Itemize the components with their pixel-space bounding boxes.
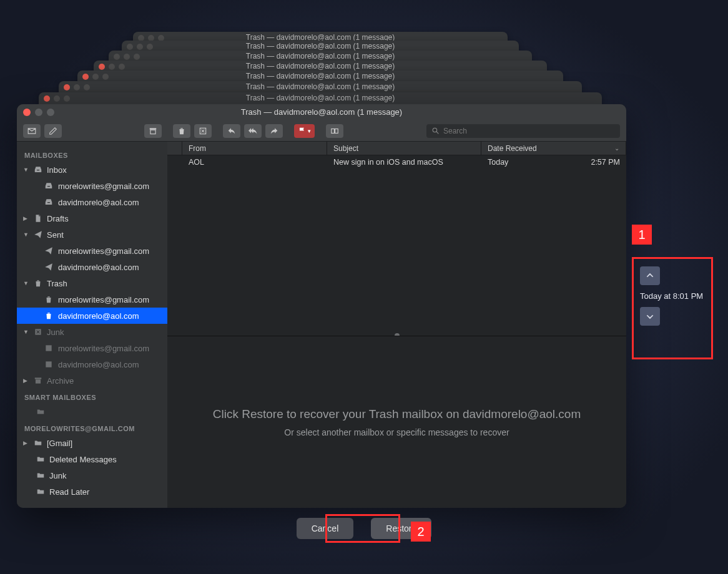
sidebar-item-label: Deleted Messages xyxy=(49,455,117,464)
sidebar-archive[interactable]: ▶Archive xyxy=(17,372,167,389)
sidebar-item-label: morelowrites@gmail.com xyxy=(58,246,149,256)
svg-rect-8 xyxy=(46,345,51,351)
move-button[interactable] xyxy=(326,124,343,138)
section-mailboxes: MAILBOXES xyxy=(17,147,167,162)
message-pane: From Subject Date Received⌄ AOL New sign… xyxy=(167,142,626,508)
folder-icon xyxy=(36,487,46,496)
sidebar-junk[interactable]: ▼Junk xyxy=(17,324,167,340)
recover-prompt: Click Restore to recover your Trash mail… xyxy=(167,336,626,508)
sidebar-junk2[interactable]: Junk xyxy=(17,467,167,484)
inbox-icon xyxy=(43,182,54,190)
sidebar-sent[interactable]: ▼Sent xyxy=(17,226,167,243)
message-list[interactable]: AOL New sign in on iOS and macOS Today2:… xyxy=(167,155,626,336)
folder-icon xyxy=(36,471,46,480)
delete-button[interactable] xyxy=(173,124,190,138)
callout-1: 1 xyxy=(632,225,652,245)
timemachine-next-button[interactable] xyxy=(640,307,660,326)
junk-icon xyxy=(43,360,54,369)
column-date[interactable]: Date Received⌄ xyxy=(481,142,626,155)
svg-rect-1 xyxy=(150,130,155,134)
sent-icon xyxy=(43,246,54,255)
search-field[interactable] xyxy=(426,124,620,138)
svg-rect-11 xyxy=(36,379,41,383)
archive-button[interactable] xyxy=(144,124,162,138)
timemachine-prev-button[interactable] xyxy=(640,266,660,285)
trash-icon xyxy=(33,279,43,288)
chevron-down-icon: ⌄ xyxy=(614,142,619,155)
junk-icon xyxy=(33,328,43,336)
sidebar-inbox-account[interactable]: morelowrites@gmail.com xyxy=(17,178,167,194)
compose-button[interactable] xyxy=(44,124,62,138)
message-subject: New sign in on iOS and macOS xyxy=(327,155,481,169)
sidebar-inbox[interactable]: ▼Inbox xyxy=(17,162,167,178)
sidebar-smart-folder[interactable] xyxy=(17,404,167,420)
junk-button[interactable] xyxy=(194,124,212,138)
sidebar-readlater[interactable]: Read Later xyxy=(17,484,167,500)
message-from: AOL xyxy=(182,155,327,169)
inbox-icon xyxy=(43,198,54,207)
sidebar-item-label: Inbox xyxy=(47,165,67,175)
forward-button[interactable] xyxy=(265,124,283,138)
titlebar: Trash — davidmorelo@aol.com (1 message) xyxy=(17,104,626,120)
svg-point-5 xyxy=(433,128,437,132)
flag-button[interactable]: ▾ xyxy=(294,124,315,138)
sidebar-drafts[interactable]: ▶Drafts xyxy=(17,210,167,226)
document-icon xyxy=(33,214,43,223)
recover-line2: Or select another mailbox or specific me… xyxy=(284,427,509,437)
window-close-button[interactable] xyxy=(23,109,31,116)
timemachine-timestamp: Today at 8:01 PM xyxy=(640,291,705,301)
sidebar-item-label: davidmorelo@aol.com xyxy=(58,360,139,369)
column-subject[interactable]: Subject xyxy=(327,142,481,155)
message-date: Today2:57 PM xyxy=(481,155,626,169)
sidebar-item-label: Junk xyxy=(47,328,64,337)
sidebar-trash-account[interactable]: morelowrites@gmail.com xyxy=(17,291,167,308)
window-minimize-button[interactable] xyxy=(35,109,42,116)
column-from[interactable]: From xyxy=(182,142,327,155)
sidebar-inbox-account[interactable]: davidmorelo@aol.com xyxy=(17,194,167,210)
sent-icon xyxy=(43,263,54,271)
restore-highlight xyxy=(325,514,400,543)
sidebar-item-label: davidmorelo@aol.com xyxy=(58,263,139,272)
sidebar-item-label: morelowrites@gmail.com xyxy=(58,344,149,353)
get-mail-button[interactable] xyxy=(23,124,41,138)
reply-all-button[interactable] xyxy=(244,124,262,138)
inbox-icon xyxy=(33,165,43,174)
svg-rect-0 xyxy=(150,128,157,129)
reply-button[interactable] xyxy=(223,124,240,138)
sidebar-sent-account[interactable]: morelowrites@gmail.com xyxy=(17,243,167,259)
sidebar-item-label: [Gmail] xyxy=(47,439,72,448)
sidebar-junk-account[interactable]: morelowrites@gmail.com xyxy=(17,340,167,356)
sidebar-sent-account[interactable]: davidmorelo@aol.com xyxy=(17,259,167,275)
svg-rect-10 xyxy=(35,377,42,379)
toolbar: ▾ xyxy=(17,120,626,142)
sidebar-item-label: davidmorelo@aol.com xyxy=(58,311,139,321)
search-icon xyxy=(431,127,440,135)
sidebar-item-label: morelowrites@gmail.com xyxy=(58,182,149,191)
junk-icon xyxy=(43,344,54,353)
stack-window-title: Trash — davidmorelo@aol.com (1 message) xyxy=(122,42,519,51)
sidebar-gmail[interactable]: ▶[Gmail] xyxy=(17,435,167,451)
svg-rect-3 xyxy=(332,129,335,133)
window-zoom-button[interactable] xyxy=(47,109,54,116)
sidebar-item-label: Read Later xyxy=(49,487,89,497)
sidebar-item-label: Archive xyxy=(47,376,74,386)
sidebar-trash-account-selected[interactable]: davidmorelo@aol.com xyxy=(17,308,167,324)
recover-line1: Click Restore to recover your Trash mail… xyxy=(213,407,581,421)
stack-window-title: Trash — davidmorelo@aol.com (1 message) xyxy=(59,82,582,91)
svg-rect-9 xyxy=(46,361,51,367)
sidebar-trash[interactable]: ▼Trash xyxy=(17,275,167,291)
message-row[interactable]: AOL New sign in on iOS and macOS Today2:… xyxy=(167,155,626,169)
section-smart: SMART MAILBOXES xyxy=(17,389,167,404)
stack-window-title: Trash — davidmorelo@aol.com (1 message) xyxy=(109,52,532,61)
sidebar-deleted[interactable]: Deleted Messages xyxy=(17,451,167,467)
trash-icon xyxy=(43,311,54,320)
archive-icon xyxy=(33,376,43,385)
sidebar-junk-account[interactable]: davidmorelo@aol.com xyxy=(17,356,167,372)
sent-icon xyxy=(33,230,43,239)
search-input[interactable] xyxy=(443,127,615,135)
sidebar-item-label: Drafts xyxy=(47,214,69,223)
folder-icon xyxy=(36,455,46,464)
stack-window-title: Trash — davidmorelo@aol.com (1 message) xyxy=(77,72,563,80)
svg-line-6 xyxy=(436,132,438,134)
trash-icon xyxy=(43,295,54,304)
